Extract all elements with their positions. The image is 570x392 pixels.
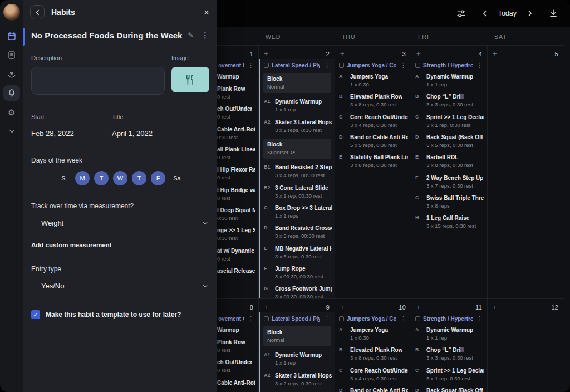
prev-week-button[interactable]	[477, 6, 493, 21]
workout-checkbox[interactable]	[415, 63, 420, 68]
exercise-row[interactable]: Cable Anti-Rotati…0:30 rest	[217, 126, 255, 141]
workout-checkbox[interactable]	[415, 316, 420, 321]
back-button[interactable]	[30, 5, 45, 19]
add-entry-button[interactable]: +	[493, 303, 497, 311]
add-custom-measurement-link[interactable]: Add custom measurement	[31, 242, 111, 248]
exercise-row[interactable]: DBand or Cable Anti Rotati…	[339, 387, 408, 392]
start-date-value[interactable]: Feb 28, 2022	[31, 129, 112, 138]
workout-card[interactable]: Strength / Hypertro…⋮ADynamic Warmup1 x …	[411, 312, 487, 392]
workout-checkbox[interactable]	[339, 63, 344, 68]
sidebar-item-bell[interactable]	[3, 85, 20, 101]
today-button[interactable]: Today	[498, 9, 517, 17]
workout-checkbox[interactable]	[264, 63, 269, 68]
exercise-row[interactable]: A2Skater 3 Lateral Hops >> …3 x 2 reps, …	[264, 372, 332, 387]
exercise-row[interactable]: CBox Drop >> 3 Lateral H…1 x 1 reps	[264, 204, 332, 219]
download-icon[interactable]	[546, 6, 561, 21]
exercise-row[interactable]: ADynamic Warmup1 x 1 rep	[415, 73, 484, 88]
exercise-row[interactable]: EBarbell RDL3 x 8 reps, 0:30 rest	[415, 154, 484, 169]
workout-menu-icon[interactable]: ⋮	[247, 62, 255, 69]
exercise-row[interactable]: H1 Leg Calf Raise3 x 15 reps, 0:30 rest	[415, 214, 484, 229]
template-checkbox-row[interactable]: ✓ Make this habit a template to use for …	[23, 310, 217, 319]
sidebar-item-document[interactable]	[3, 47, 20, 63]
workout-menu-icon[interactable]: ⋮	[323, 315, 331, 322]
avatar[interactable]	[3, 4, 20, 21]
workout-menu-icon[interactable]: ⋮	[247, 315, 255, 322]
add-entry-button[interactable]: +	[264, 50, 268, 57]
exercise-row[interactable]: DBand or Cable Anti Rotati…5 x 5 reps, 0…	[339, 134, 408, 149]
exercise-row[interactable]: B1Band Resisted 2 Step Late…3 x 4 reps, …	[264, 164, 332, 179]
workout-menu-icon[interactable]: ⋮	[475, 62, 484, 69]
exercise-row[interactable]: BChop “L” Drill3 x 3 reps, 0:30 rest	[415, 346, 484, 361]
exercise-row[interactable]: AJumpers Yoga1 x 0:30	[339, 326, 408, 341]
exercise-row[interactable]: B23 Cone Lateral Slide3 x 1 rep, 00:30 r…	[264, 184, 332, 199]
exercise-row[interactable]: CCore Reach Out/Under3 x 4 reps, 0:30 re…	[339, 367, 408, 382]
exercise-row[interactable]: Plank Row0 rest	[217, 339, 255, 354]
exercise-row[interactable]: EStability Ball Plank Linear …3 x 8 reps…	[339, 154, 408, 169]
description-textarea[interactable]	[31, 67, 165, 95]
sidebar-item-gear[interactable]: ⚙	[3, 104, 20, 120]
exercise-row[interactable]: ADynamic Warmup1 x 1 rep	[415, 326, 484, 341]
exercise-row[interactable]: CCore Reach Out/Under3 x 4 reps, 0:30 re…	[339, 114, 408, 129]
workout-card[interactable]: Strength / Hypertro…⋮ADynamic Warmup1 x …	[411, 59, 487, 230]
close-icon[interactable]: ×	[204, 8, 209, 17]
exercise-row[interactable]: EMB Negative Lateral Hop…3 x 5 reps, 0:3…	[264, 245, 332, 260]
exercise-row[interactable]: BChop “L” Drill3 x 3 reps, 0:30 rest	[415, 93, 484, 108]
sidebar-item-heart-hands[interactable]	[3, 66, 20, 82]
workout-card[interactable]: Jumpers Yoga / Core⋮AJumpers Yoga1 x 0:3…	[335, 59, 411, 169]
exercise-row[interactable]: GCross Footwork Jump Rope3 x 00:30, 00:3…	[264, 285, 332, 298]
sidebar-item-calendar[interactable]	[3, 28, 20, 44]
exercise-row[interactable]: all Plank Linear …0 rest	[217, 146, 255, 161]
habit-menu-icon[interactable]: ⋮	[201, 30, 209, 40]
exercise-row[interactable]: l Hip Flexor Rais…0 rest	[217, 166, 255, 181]
workout-menu-icon[interactable]: ⋮	[323, 62, 331, 69]
exercise-row[interactable]: Plank Row0 rest	[217, 85, 255, 100]
exercise-row[interactable]: AJumpers Yoga1 x 0:30	[339, 73, 408, 88]
exercise-row[interactable]: nge >> 1 Leg St…0:30 rest	[217, 227, 255, 242]
day-toggle-6-sa[interactable]: Sa	[170, 171, 184, 185]
exercise-row[interactable]: l Hip Bridge w/ …0 rest	[217, 187, 255, 202]
exercise-row[interactable]: CSprint >> 1 Leg Declarations3 x 1 rep, …	[415, 114, 484, 129]
day-toggle-1-m[interactable]: M	[75, 171, 90, 185]
exercise-row[interactable]: Warmup	[217, 326, 255, 334]
next-week-button[interactable]	[522, 6, 538, 21]
add-entry-button[interactable]: +	[340, 303, 345, 311]
day-toggle-2-t[interactable]: T	[94, 171, 109, 185]
exercise-row[interactable]: FJump Rope3 x 00:30, 00:30 rest	[264, 265, 332, 280]
add-entry-button[interactable]: +	[416, 303, 421, 311]
exercise-row[interactable]: DBack Squat (Back Off Set)	[415, 387, 484, 392]
day-toggle-0-s[interactable]: S	[56, 171, 71, 185]
add-entry-button[interactable]: +	[340, 50, 345, 57]
exercise-row[interactable]: DBand Resisted Crossover…3 x 5 reps, 00:…	[264, 224, 332, 239]
entry-type-select[interactable]: Yes/No	[31, 281, 209, 291]
exercise-row[interactable]: ascial Release C…	[217, 267, 255, 275]
exercise-row[interactable]: A2Skater 3 Lateral Hops >> …3 x 2 reps, …	[264, 119, 332, 134]
exercise-row[interactable]: BElevated Plank Row3 x 8 reps, 0:30 rest	[339, 93, 408, 108]
exercise-row[interactable]: CSprint >> 1 Leg Declarations3 x 1 rep, …	[415, 367, 484, 382]
workout-menu-icon[interactable]: ⋮	[399, 315, 407, 322]
sidebar-item-chevron-down[interactable]	[3, 123, 20, 139]
exercise-row[interactable]: Warmup	[217, 73, 255, 80]
habit-image-button[interactable]	[171, 67, 209, 92]
exercise-row[interactable]: F2 Way Bench Step Up3 x 7 reps, 0:30 res…	[415, 174, 484, 189]
exercise-row[interactable]: ch Out/Under0 rest	[217, 359, 255, 374]
add-entry-button[interactable]: +	[416, 50, 421, 57]
exercise-row[interactable]: A1Dynamic Warmup1 x 1 rep	[264, 98, 332, 113]
title-date-value[interactable]: April 1, 2022	[112, 129, 193, 138]
filter-sliders-icon[interactable]	[454, 6, 469, 21]
workout-checkbox[interactable]	[264, 316, 269, 321]
workout-menu-icon[interactable]: ⋮	[475, 315, 484, 322]
measurement-select[interactable]: Weight	[31, 218, 209, 228]
workout-menu-icon[interactable]: ⋮	[399, 62, 407, 69]
add-entry-button[interactable]: +	[264, 303, 268, 311]
workout-card[interactable]: Lateral Speed / Plyo⋮BlockNormalA1Dynami…	[259, 59, 335, 298]
day-toggle-3-w[interactable]: W	[113, 171, 127, 185]
exercise-row[interactable]: l Deep Squat Mo…0:30 rest	[217, 207, 255, 222]
edit-pencil-icon[interactable]: ✎	[188, 31, 193, 39]
add-entry-button[interactable]: +	[493, 50, 497, 57]
day-toggle-4-t[interactable]: T	[132, 171, 146, 185]
exercise-row[interactable]: A1Dynamic Warmup1 x 1 rep	[264, 351, 332, 366]
day-toggle-5-f[interactable]: F	[151, 171, 165, 185]
workout-card[interactable]: Jumpers Yoga / Core⋮AJumpers Yoga1 x 0:3…	[335, 312, 411, 392]
exercise-row[interactable]: GSwiss Ball Triple Threat3 x 8 reps	[415, 194, 484, 209]
workout-card[interactable]: Lateral Speed / Plyo⋮BlockNormalA1Dynami…	[259, 312, 335, 392]
